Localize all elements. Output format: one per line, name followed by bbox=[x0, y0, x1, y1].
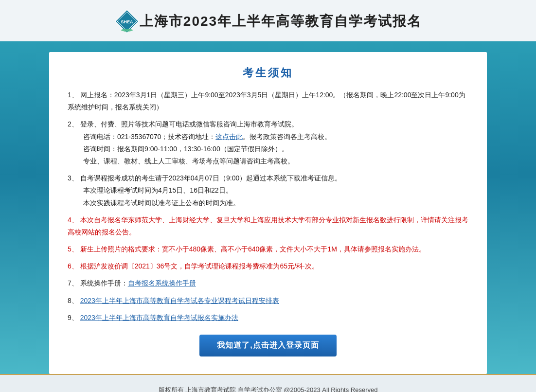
notice-item-8-prefix: 8、 bbox=[68, 297, 78, 304]
notice-item-2-prefix: 2、 bbox=[68, 120, 78, 128]
manual-link[interactable]: 自考报名系统操作手册 bbox=[128, 279, 196, 287]
notice-item-2-sub: 咨询电话：021-35367070；技术咨询地址：这点击此。报考政策咨询各主考高… bbox=[83, 131, 468, 168]
notice-item-2-text: 登录、付费、照片等技术问题可电话或微信客服咨询上海市教育考试院。 bbox=[80, 120, 298, 128]
notice-item-3-sub-1: 本次理论课程考试时间为4月15日、16日和22日。 bbox=[83, 184, 468, 196]
notice-item-6: 6、 根据沪发改价调〔2021〕36号文，自学考试理论课程报考费标准为65元/科… bbox=[68, 260, 468, 272]
notice-item-3-sub-2: 本次实践课程考试时间以准考证上公布的时间为准。 bbox=[83, 197, 468, 209]
button-wrapper: 我知道了,点击进入登录页面 bbox=[68, 335, 468, 356]
notice-item-1-prefix: 1、 bbox=[68, 91, 78, 99]
footer-text: 版权所有 上海市教育考试院 自学考试办公室 @2005-2023 All Rig… bbox=[159, 386, 378, 392]
notice-item-3-sub: 本次理论课程考试时间为4月15日、16日和22日。 本次实践课程考试时间以准考证… bbox=[83, 184, 468, 209]
notice-item-3-text: 自考课程报考成功的考生请于2023年04月07日（9:00）起通过本系统下载准考… bbox=[80, 174, 342, 182]
notice-title: 考生须知 bbox=[68, 66, 468, 80]
notice-item-5-text: 新生上传照片的格式要求：宽不小于480像素、高不小于640像素，文件大小不大于1… bbox=[80, 245, 426, 253]
page-header: SHEA 上海市2023年上半年高等教育自学考试报名 bbox=[0, 0, 536, 41]
page-footer: 版权所有 上海市教育考试院 自学考试办公室 @2005-2023 All Rig… bbox=[0, 374, 536, 392]
schedule-link[interactable]: 2023年上半年上海市高等教育自学考试各专业课程考试日程安排表 bbox=[80, 297, 279, 304]
notice-item-2-sub-3: 专业、课程、教材、线上人工审核、考场考点等问题请咨询主考高校。 bbox=[83, 155, 468, 167]
notice-item-8: 8、 2023年上半年上海市高等教育自学考试各专业课程考试日程安排表 bbox=[68, 295, 468, 307]
notice-item-4: 4、 本次自考报名华东师范大学、上海财经大学、复旦大学和上海应用技术大学有部分专… bbox=[68, 214, 468, 238]
notice-item-7: 7、 系统操作手册：自考报名系统操作手册 bbox=[68, 277, 468, 289]
notice-item-6-text: 根据沪发改价调〔2021〕36号文，自学考试理论课程报考费标准为65元/科·次。 bbox=[80, 262, 319, 270]
svg-text:SHEA: SHEA bbox=[121, 19, 133, 24]
notice-item-2-sub-2: 咨询时间：报名期间9:00-11:00，13:30-16:00（国定节假日除外）… bbox=[83, 143, 468, 155]
page-title: 上海市2023年上半年高等教育自学考试报名 bbox=[140, 12, 422, 31]
site-logo: SHEA bbox=[114, 9, 140, 34]
main-background: 考生须知 1、 网上报名：2023年3月1日（星期三）上午9:00至2023年3… bbox=[0, 41, 536, 374]
notice-item-9-prefix: 9、 bbox=[68, 314, 78, 321]
notice-item-5: 5、 新生上传照片的格式要求：宽不小于480像素、高不小于640像素，文件大小不… bbox=[68, 243, 468, 255]
notice-item-3: 3、 自考课程报考成功的考生请于2023年04月07日（9:00）起通过本系统下… bbox=[68, 172, 468, 209]
notice-item-1: 1、 网上报名：2023年3月1日（星期三）上午9:00至2023年3月5日（星… bbox=[68, 89, 468, 113]
notice-body: 1、 网上报名：2023年3月1日（星期三）上午9:00至2023年3月5日（星… bbox=[68, 89, 468, 356]
notice-item-3-prefix: 3、 bbox=[68, 174, 78, 182]
notice-item-1-text: 网上报名：2023年3月1日（星期三）上午9:00至2023年3月5日（星期日）… bbox=[68, 91, 465, 111]
notice-item-9: 9、 2023年上半年上海市高等教育自学考试报名实施办法 bbox=[68, 312, 468, 324]
notice-item-2-sub-1: 咨询电话：021-35367070；技术咨询地址：这点击此。报考政策咨询各主考高… bbox=[83, 131, 468, 143]
notice-item-2: 2、 登录、付费、照片等技术问题可电话或微信客服咨询上海市教育考试院。 咨询电话… bbox=[68, 118, 468, 167]
notice-item-5-prefix: 5、 bbox=[68, 245, 78, 253]
notice-item-4-text: 本次自考报名华东师范大学、上海财经大学、复旦大学和上海应用技术大学有部分专业拟对… bbox=[68, 216, 468, 236]
notice-item-4-prefix: 4、 bbox=[68, 216, 78, 224]
notice-item-6-prefix: 6、 bbox=[68, 262, 78, 270]
notice-item-7-prefix: 7、 bbox=[68, 279, 78, 287]
notice-item-7-text: 系统操作手册： bbox=[80, 279, 128, 287]
svg-point-3 bbox=[121, 29, 133, 32]
implementation-link[interactable]: 2023年上半年上海市高等教育自学考试报名实施办法 bbox=[80, 314, 238, 321]
enter-button[interactable]: 我知道了,点击进入登录页面 bbox=[199, 335, 336, 356]
tech-link[interactable]: 这点击此 bbox=[215, 133, 243, 141]
notice-card: 考生须知 1、 网上报名：2023年3月1日（星期三）上午9:00至2023年3… bbox=[49, 52, 487, 374]
